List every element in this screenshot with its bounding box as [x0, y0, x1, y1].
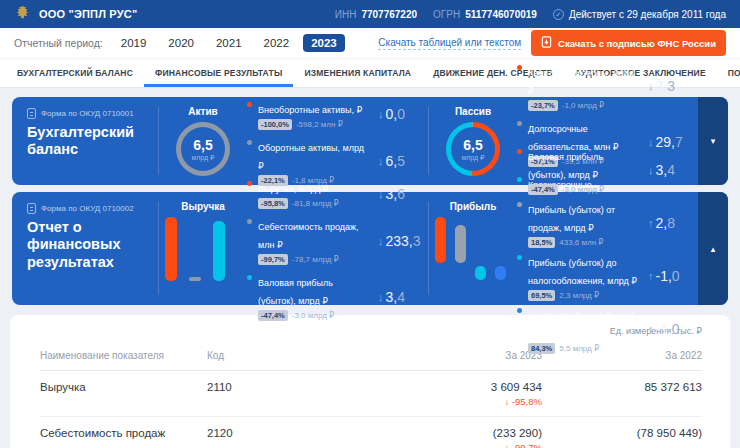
form-doc-icon — [27, 203, 36, 214]
tab-notes[interactable]: ПОЯСНЕНИЯ К ОТЧЕТАМ — [717, 59, 740, 87]
legend-dot — [517, 121, 522, 126]
legend-item: Валовая прибыль (убыток), млрд ₽ -47,4%-… — [517, 146, 696, 195]
ogrn-label: ОГРН — [433, 9, 460, 20]
col-header-2023: За 2023 — [357, 346, 542, 371]
legend-item: Прибыль (убыток) от продаж, млрд ₽ 18,5%… — [517, 199, 696, 248]
down-arrow-icon: ↓ — [648, 164, 654, 176]
legend-dot — [247, 102, 252, 107]
pct-badge: -47,4% — [528, 184, 558, 195]
legend-dot — [517, 308, 522, 313]
liability-donut-chart: 6,5 млрд ₽ — [446, 122, 500, 176]
tab-balance[interactable]: БУХГАЛТЕРСКИЙ БАЛАНС — [6, 59, 144, 87]
year-2021[interactable]: 2021 — [208, 34, 250, 52]
down-arrow-icon: ↓ — [648, 80, 654, 92]
down-arrow-icon: ↓ — [378, 235, 384, 247]
legend-dot — [247, 219, 252, 224]
legend-dot — [517, 202, 522, 207]
change-badge: ↓ -95,8% — [357, 396, 542, 407]
liability-section-title: Пассив — [429, 106, 517, 117]
status-check-icon: ✓ — [553, 9, 564, 20]
pct-badge: -95,8% — [258, 198, 288, 209]
form-okud-label: Форма по ОКУД 0710002 — [41, 204, 134, 213]
change-badge: ↓ -99,7% — [357, 442, 542, 448]
form-okud-label: Форма по ОКУД 0710001 — [41, 109, 134, 118]
collapse-balance-card-button[interactable]: ▾ — [698, 97, 728, 185]
down-arrow-icon: ↓ — [378, 188, 384, 200]
col-header-code: Код — [207, 346, 357, 371]
asset-section-title: Актив — [159, 106, 247, 117]
legend-dot — [517, 149, 522, 154]
top-bar: ООО "ЭППЛ РУС" ИНН 7707767220 ОГРН 51177… — [0, 0, 740, 28]
pct-badge: 69,5% — [528, 290, 555, 301]
table-row: Себестоимость продаж 2120 (233 290)↓ -99… — [40, 417, 702, 448]
inn-label: ИНН — [335, 9, 357, 20]
legend-dot — [517, 255, 522, 260]
period-bar: Отчетный период: 2019 2020 2021 2022 202… — [0, 28, 740, 59]
profit-section-title: Прибыль — [429, 201, 517, 212]
status-text: Действует с 29 декабря 2011 года — [569, 9, 726, 20]
table-row: Выручка 2110 3 609 434↓ -95,8% 85 372 61… — [40, 371, 702, 417]
pct-badge: -99,7% — [258, 254, 288, 265]
pct-badge: 84,3% — [528, 343, 555, 354]
legend-dot — [517, 65, 522, 70]
chevron-down-icon: ▾ — [711, 136, 716, 146]
balance-card-title: Бухгалтерский баланс — [27, 124, 158, 159]
inn-value: 7707767220 — [361, 9, 417, 20]
pct-badge: -47,4% — [258, 310, 288, 321]
legend-item: Себестоимость продаж, млн ₽ -99,7%-78,7 … — [247, 216, 426, 265]
tab-financial-results[interactable]: ФИНАНСОВЫЕ РЕЗУЛЬТАТЫ — [144, 59, 293, 87]
legend-item: Валовая прибыль (убыток), млрд ₽ -47,4%-… — [247, 272, 426, 321]
pct-badge: -100,0% — [258, 119, 292, 130]
up-arrow-icon: ↑ — [648, 270, 654, 282]
coat-of-arms-icon — [14, 4, 31, 25]
down-arrow-icon: ↓ — [378, 108, 384, 120]
pct-badge: 18,5% — [528, 237, 555, 248]
down-arrow-icon: ↓ — [378, 155, 384, 167]
revenue-bar-chart — [165, 217, 241, 281]
legend-item: Внеоборотные активы, ₽ -100,0%-598,2 млн… — [247, 99, 426, 130]
legend-dot — [247, 181, 252, 186]
year-2019[interactable]: 2019 — [113, 34, 155, 52]
legend-dot — [247, 140, 252, 145]
up-arrow-icon: ↑ — [648, 217, 654, 229]
year-2022[interactable]: 2022 — [256, 34, 298, 52]
period-label: Отчетный период: — [14, 37, 103, 49]
financial-results-card: Форма по ОКУД 0710002 Отчет о финансовых… — [12, 192, 728, 305]
download-table-link[interactable]: Скачать таблицей или текстом — [378, 37, 521, 50]
ogrn-value: 5117746070019 — [465, 9, 537, 20]
year-2023-selected[interactable]: 2023 — [303, 34, 345, 52]
legend-dot — [247, 275, 252, 280]
tab-capital-changes[interactable]: ИЗМЕНЕНИЯ КАПИТАЛА — [293, 59, 422, 87]
profit-bar-chart — [435, 217, 511, 293]
period-year-selector: 2019 2020 2021 2022 2023 — [113, 34, 345, 52]
up-arrow-icon: ↑ — [648, 323, 654, 335]
legend-item: Капитал и резервы, млрд ₽ -23,7%-1,0 млр… — [517, 62, 696, 111]
revenue-section-title: Выручка — [159, 201, 247, 212]
chevron-up-icon: ▴ — [711, 244, 716, 254]
download-signed-button[interactable]: Скачать с подписью ФНС России — [531, 30, 726, 56]
form-doc-icon — [27, 108, 36, 119]
results-card-title: Отчет о финансовых результатах — [27, 219, 158, 271]
year-2020[interactable]: 2020 — [160, 34, 202, 52]
financial-results-table: Наименование показателя Код За 2023 За 2… — [40, 346, 702, 448]
legend-item: Чистая прибыль (убыток), млрд ₽ 84,3%5,5… — [517, 305, 696, 354]
collapse-results-card-button[interactable]: ▴ — [698, 192, 728, 305]
pct-badge: -23,7% — [528, 100, 558, 111]
download-doc-icon — [541, 36, 552, 50]
down-arrow-icon: ↓ — [378, 291, 384, 303]
asset-donut-chart: 6,5 млрд ₽ — [176, 122, 230, 176]
legend-item: Прибыль (убыток) до налогообложения, млр… — [517, 252, 696, 301]
legend-item: Выручка, млрд ₽ -95,8%-81,8 млрд ₽ ↓3,6 — [247, 178, 426, 209]
company-name: ООО "ЭППЛ РУС" — [39, 8, 137, 20]
col-header-name: Наименование показателя — [40, 346, 207, 371]
